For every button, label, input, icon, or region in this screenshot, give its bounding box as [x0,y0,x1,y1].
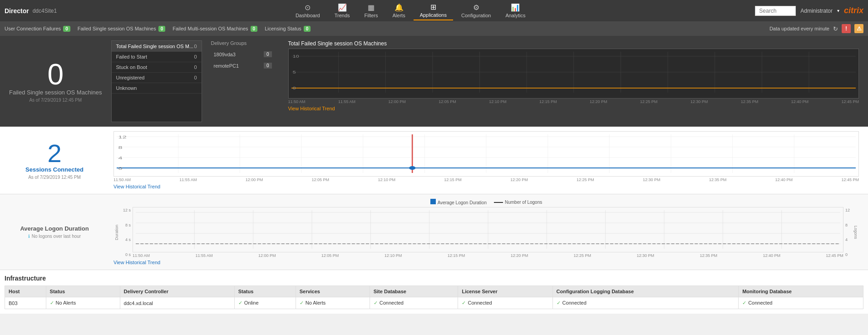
logon-chart-container: 11:50 AM 11:55 AM 12:00 PM 12:05 PM 12:1… [133,207,843,258]
alert-licensing-count: 0 [304,26,311,32]
col-delivery-controller: Delivery Controller [120,286,234,297]
logon-section: Average Logon Duration ℹ No logons over … [0,194,868,270]
unknown-label: Unknown [116,85,137,91]
logon-note-text: No logons over last hour [32,234,81,239]
dropdown-header[interactable]: Total Failed Single session OS M... 0 [112,41,202,52]
col-dc-status: Status [234,286,296,297]
sessions-chart-panel: 12 8 4 0 11:50 AM 11:55 AM 12:00 PM 12:0… [109,131,863,189]
sessions-chart-svg: 12 8 4 0 [117,134,856,173]
delivery-row-1809vda3[interactable]: 1809vda3 0 [211,49,275,59]
sessions-time-labels: 11:50 AM 11:55 AM 12:00 PM 12:05 PM 12:1… [113,177,859,182]
failed-to-start-row[interactable]: Failed to Start 0 [112,52,202,62]
logon-y-axis-right-title: Logons [853,207,859,258]
infra-dc: ddc4.xd.local [120,297,234,309]
search-input[interactable] [755,6,796,16]
infra-config-log-db: ✓Connected [552,297,739,309]
top-navigation: Director ddc4Site1 ⊙ Dashboard 📈 Trends … [0,0,868,21]
nav-configuration[interactable]: ⚙ Configuration [455,1,497,20]
table-row: B03 ✓No Alerts ddc4.xd.local ✓Online ✓No… [5,297,863,309]
info-icon: ℹ [28,234,30,239]
delivery-remotepc1-label: remotePC1 [214,63,239,69]
infra-dc-status: ✓Online [234,297,296,309]
nav-right: Administrator ▾ citrix [755,6,863,16]
dropdown-header-label: Total Failed Single session OS M... [116,44,194,49]
alert-bar-right: Data updated every minute ↻ ! ⚠ [769,24,863,33]
logon-chart-panel: Average Logon Duration Number of Logons … [109,199,863,265]
svg-text:8: 8 [118,145,123,150]
svg-text:5: 5 [292,70,296,74]
delivery-groups-panel: Delivery Groups 1809vda3 0 remotePC1 0 [207,40,279,122]
sessions-section: 2 Sessions Connected As of 7/29/2019 12:… [0,127,868,194]
check-icon-site-db: ✓ [374,300,378,305]
stuck-on-boot-row[interactable]: Stuck on Boot 0 [112,62,202,73]
nav-trends[interactable]: 📈 Trends [328,1,356,20]
alert-failed-single-label: Failed Single session OS Machines [78,26,156,31]
svg-text:4: 4 [118,156,123,160]
svg-text:0: 0 [292,86,296,90]
trends-icon: 📈 [338,3,347,12]
alert-failed-multi-label: Failed Multi-session OS Machines [173,26,248,31]
num-logons-legend-label: Number of Logons [505,200,542,205]
chevron-down-icon: ▾ [837,8,839,13]
sessions-label: Sessions Connected [25,166,84,173]
check-icon-online: ✓ [238,300,242,305]
delivery-row-remotepc1[interactable]: remotePC1 0 [211,61,275,70]
alert-licensing-label: Licensing Status [265,26,301,31]
alert-user-connection-label: User Connection Failures [5,26,61,31]
col-services: Services [296,286,370,297]
alert-failed-multi[interactable]: Failed Multi-session OS Machines 0 [173,26,257,32]
nav-filters-label: Filters [365,13,378,18]
svg-text:0: 0 [118,166,123,171]
sessions-view-historical[interactable]: View Historical Trend [113,184,859,189]
sessions-chart: 12 8 4 0 [113,131,859,177]
failed-machines-chart-title: Total Failed Single session OS Machines [288,40,859,47]
check-icon-monitoring: ✓ [742,300,746,305]
nav-dashboard[interactable]: ⊙ Dashboard [289,1,326,20]
alert-failed-single[interactable]: Failed Single session OS Machines 0 [78,26,166,32]
filters-icon: ▦ [368,3,375,12]
failed-machines-label: Failed Single session OS Machines [9,89,102,96]
infra-monitoring-db: ✓Connected [739,297,863,309]
nav-dashboard-label: Dashboard [296,13,320,18]
check-icon-license: ✓ [462,300,466,305]
refresh-icon[interactable]: ↻ [833,25,838,32]
dashboard-icon: ⊙ [305,3,311,12]
nav-alerts-label: Alerts [393,13,405,18]
infrastructure-title: Infrastructure [5,275,863,282]
check-icon-services: ✓ [300,300,304,305]
analytics-icon: 📊 [511,3,520,12]
user-menu[interactable]: Administrator [800,8,833,14]
delivery-1809vda3-label: 1809vda3 [214,52,236,57]
logon-note: ℹ No logons over last hour [28,234,81,239]
alert-icon-orange[interactable]: ⚠ [854,24,863,33]
alert-failed-multi-count: 0 [251,26,258,32]
applications-icon: ⊞ [430,3,436,11]
alert-user-connection-count: 0 [63,26,70,32]
failed-view-historical[interactable]: View Historical Trend [288,106,859,111]
logon-view-historical[interactable]: View Historical Trend [113,260,859,265]
nav-applications[interactable]: ⊞ Applications [414,1,453,20]
failed-machines-chart-panel: Total Failed Single session OS Machines [284,40,864,122]
failed-machines-date: As of 7/29/2019 12:45 PM [29,98,82,103]
avg-logon-legend-label: Average Logon Duration [438,200,487,205]
nav-filters[interactable]: ▦ Filters [358,1,385,20]
infrastructure-table: Host Status Delivery Controller Status S… [5,286,863,309]
alert-failed-single-count: 0 [158,26,166,32]
svg-text:12: 12 [118,135,127,139]
logon-chart-svg [136,210,840,249]
unknown-row[interactable]: Unknown [112,83,202,94]
site-name: ddc4Site1 [33,8,57,14]
infra-services: ✓No Alerts [296,297,370,309]
nav-analytics-label: Analytics [505,13,525,18]
nav-alerts[interactable]: 🔔 Alerts [386,1,412,20]
alert-user-connection[interactable]: User Connection Failures 0 [5,26,70,32]
infra-license-server: ✓Connected [458,297,552,309]
nav-analytics[interactable]: 📊 Analytics [499,1,532,20]
logon-chart-legend: Average Logon Duration Number of Logons [113,199,859,205]
alert-bar: User Connection Failures 0 Failed Single… [0,21,868,36]
alert-licensing[interactable]: Licensing Status 0 [265,26,311,32]
unregistered-row[interactable]: Unregistered 0 [112,73,202,83]
alert-icon-red[interactable]: ! [842,24,851,33]
avg-logon-legend-box [430,199,436,204]
infra-site-db: ✓Connected [370,297,458,309]
